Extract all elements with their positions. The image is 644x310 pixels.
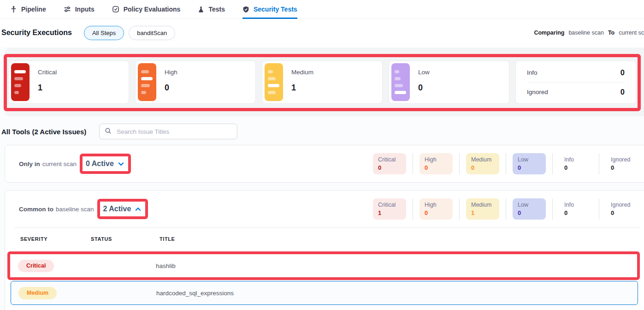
pipeline-icon <box>10 6 17 13</box>
tab-label: Inputs <box>75 6 95 13</box>
severity-cell: Medium <box>11 287 87 299</box>
chip-label: Medium <box>471 202 494 208</box>
issue-title: hardcoded_sql_expressions <box>156 290 638 297</box>
chip-count: 0 <box>471 164 494 171</box>
chip-label: Critical <box>378 202 401 208</box>
chevron-up-icon <box>135 205 141 213</box>
filter-label: All Steps <box>92 30 116 36</box>
chip-label: High <box>425 202 448 208</box>
tab-label: Policy Evaluations <box>124 6 181 13</box>
security-tests-icon <box>242 6 249 13</box>
active-count-dropdown[interactable]: 0 Active <box>84 159 126 169</box>
chip-medium: Medium 1 <box>466 198 499 220</box>
chip-ignored: Ignored 0 <box>606 198 639 220</box>
to-label: To <box>608 30 614 36</box>
search-icon <box>105 127 112 136</box>
active-count-dropdown[interactable]: 2 Active <box>101 204 143 214</box>
chip-label: Medium <box>471 156 494 163</box>
card-count: 0 <box>165 83 177 93</box>
chip-count: 0 <box>518 164 541 171</box>
section-label-bold: Only in <box>19 161 40 167</box>
section-label-rest: current scan <box>42 161 77 167</box>
chip-high: High 0 <box>419 153 453 174</box>
issue-row-hardcoded-sql-expressions[interactable]: Medium hardcoded_sql_expressions <box>11 281 638 305</box>
comparing-label: Comparing <box>534 30 564 36</box>
card-label: Low <box>418 69 430 76</box>
issues-table-header: SEVERITY STATUS TITLE <box>5 228 644 250</box>
severity-chips: Critical 1 High 0 Medium 1 Low 0 Info 0 <box>373 198 639 220</box>
ignored-label: Ignored <box>527 89 548 95</box>
chip-count: 0 <box>564 164 587 171</box>
info-row: Info 0 <box>527 63 625 82</box>
high-gauge-icon <box>138 63 156 101</box>
summary-card-high: High 0 <box>135 60 256 104</box>
section-label-rest: baseline scan <box>56 206 94 213</box>
card-count: 1 <box>38 83 57 93</box>
critical-gauge-icon <box>11 63 30 101</box>
ignored-count: 0 <box>620 88 625 96</box>
tab-inputs[interactable]: Inputs <box>64 0 95 19</box>
chip-count: 0 <box>611 209 634 216</box>
severity-badge-medium: Medium <box>18 287 57 299</box>
summary-card-low: Low 0 <box>389 60 509 104</box>
top-nav: Pipeline Inputs Policy Evaluations Tests… <box>0 0 644 19</box>
section-only-in-current-scan: Only in current scan 0 Active Critical 0… <box>5 145 644 183</box>
column-severity: SEVERITY <box>20 236 91 242</box>
divider <box>413 153 413 174</box>
chip-medium: Medium 0 <box>466 153 499 174</box>
card-label: High <box>165 69 177 76</box>
chip-label: Ignored <box>611 202 634 208</box>
divider <box>599 198 599 220</box>
divider <box>599 153 599 174</box>
tab-tests[interactable]: Tests <box>198 0 225 19</box>
issue-search[interactable] <box>99 124 237 139</box>
inputs-icon <box>64 6 71 13</box>
chip-count: 0 <box>425 209 448 216</box>
baseline-scan-value[interactable]: baseline scan <box>568 30 603 36</box>
severity-chips: Critical 0 High 0 Medium 0 Low 0 Info 0 <box>373 153 639 174</box>
divider <box>413 198 413 220</box>
ignored-row: Ignored 0 <box>527 83 625 101</box>
card-label: Medium <box>291 69 313 76</box>
chip-info: Info 0 <box>559 153 592 174</box>
chip-label: Info <box>564 202 587 208</box>
section-label-bold: Common to <box>19 206 53 213</box>
chip-count: 1 <box>378 209 401 216</box>
page-title: Security Executions <box>1 29 72 37</box>
tab-security-tests[interactable]: Security Tests <box>242 0 297 19</box>
chip-label: High <box>425 156 448 163</box>
active-count-label: 2 Active <box>103 205 131 213</box>
divider <box>552 153 553 174</box>
severity-badge-critical: Critical <box>18 260 54 272</box>
column-status: STATUS <box>91 236 160 242</box>
section-common-to-baseline-scan: Common to baseline scan 2 Active Critica… <box>5 190 644 310</box>
chip-count: 0 <box>564 209 587 216</box>
info-count: 0 <box>620 68 625 77</box>
chip-count: 0 <box>425 164 448 171</box>
summary-card-critical: Critical 1 <box>8 60 129 104</box>
tab-pipeline[interactable]: Pipeline <box>10 0 46 19</box>
chip-count: 0 <box>378 164 401 171</box>
chip-label: Ignored <box>611 156 634 163</box>
divider <box>506 153 506 174</box>
issue-title: hashlib <box>156 262 638 269</box>
tab-label: Security Tests <box>254 6 297 13</box>
column-title: TITLE <box>160 236 644 242</box>
filter-all-steps[interactable]: All Steps <box>84 26 124 40</box>
comparing-text: Comparingbaseline scanTocurrent scan <box>534 30 644 36</box>
filter-label: banditScan <box>137 30 167 36</box>
chip-count: 1 <box>471 209 494 216</box>
chip-count: 0 <box>518 209 541 216</box>
chip-low: Low 0 <box>513 153 546 174</box>
search-input[interactable] <box>116 128 232 136</box>
tab-policy-evaluations[interactable]: Policy Evaluations <box>112 0 181 19</box>
chip-critical: Critical 1 <box>373 198 406 220</box>
issue-row-hashlib[interactable]: Critical hashlib <box>11 254 638 278</box>
chip-label: Low <box>518 202 541 208</box>
chip-high: High 0 <box>419 198 453 220</box>
policy-evaluations-icon <box>112 6 119 13</box>
filter-banditscan[interactable]: banditScan <box>129 26 175 40</box>
current-scan-value[interactable]: current scan <box>619 30 644 36</box>
tab-label: Pipeline <box>21 6 46 13</box>
summary-card-medium: Medium 1 <box>262 60 383 104</box>
